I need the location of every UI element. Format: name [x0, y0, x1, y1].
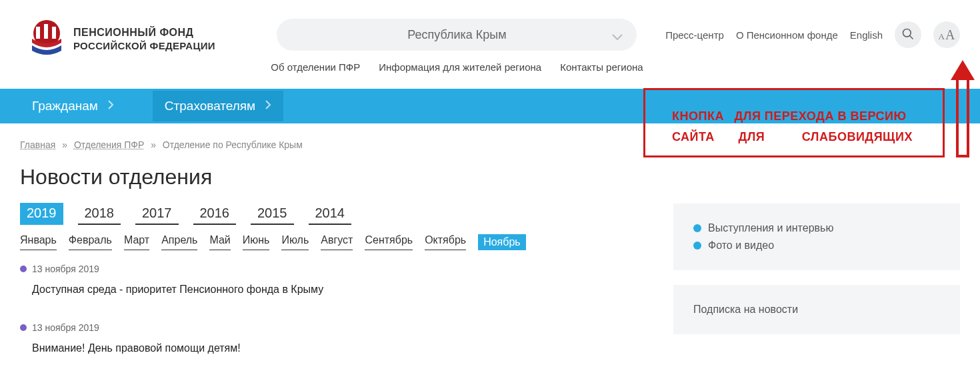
breadcrumb-sep: »: [62, 139, 67, 150]
month-tab[interactable]: Май: [209, 234, 230, 250]
search-icon: [901, 27, 915, 43]
chevron-down-icon: [611, 31, 623, 45]
news-item: 13 ноября 2019 Доступная среда - приорит…: [20, 264, 653, 296]
bullet-icon: [20, 266, 27, 272]
breadcrumb-sep: »: [151, 139, 156, 150]
month-tab[interactable]: Февраль: [69, 234, 112, 250]
sidebar: Выступления и интервью Фото и видео Подп…: [673, 204, 960, 354]
sidebar-links-card: Выступления и интервью Фото и видео: [673, 204, 960, 270]
main-nav: Гражданам Страхователям: [0, 89, 980, 123]
month-tab[interactable]: Март: [124, 234, 149, 250]
month-tab[interactable]: Октябрь: [425, 234, 466, 250]
month-tab[interactable]: Июнь: [243, 234, 270, 250]
subnav: Об отделении ПФР Информация для жителей …: [271, 61, 643, 73]
dot-icon: [693, 224, 701, 232]
svg-rect-1: [36, 27, 40, 39]
logo[interactable]: ПЕНСИОННЫЙ ФОНД РОССИЙСКОЙ ФЕДЕРАЦИИ: [27, 19, 215, 59]
month-tab[interactable]: Январь: [20, 234, 57, 250]
dot-icon: [693, 242, 701, 250]
link-about-fund[interactable]: О Пенсионном фонде: [736, 29, 838, 41]
year-tab-2016[interactable]: 2016: [193, 203, 237, 225]
sidebar-link-label: Фото и видео: [708, 240, 774, 252]
month-tab[interactable]: Август: [321, 234, 353, 250]
chevron-right-icon: [107, 99, 114, 113]
region-selected-label: Республика Крым: [407, 28, 506, 42]
nav-citizens-label: Гражданам: [32, 99, 98, 113]
month-tab[interactable]: Июль: [281, 234, 309, 250]
month-tab[interactable]: Сентябрь: [365, 234, 413, 250]
text-size-icon: AA: [939, 27, 955, 43]
sidebar-link-label: Выступления и интервью: [708, 222, 833, 234]
link-english[interactable]: English: [850, 29, 883, 41]
year-tab-2017[interactable]: 2017: [135, 203, 179, 225]
news-list: 13 ноября 2019 Доступная среда - приорит…: [20, 264, 653, 354]
news-title[interactable]: Доступная среда - приоритет Пенсионного …: [32, 284, 653, 296]
subscribe-title: Подписка на новости: [693, 304, 798, 315]
breadcrumb-home[interactable]: Главная: [20, 139, 55, 150]
year-tab-2018[interactable]: 2018: [78, 203, 121, 225]
subnav-contacts[interactable]: Контакты региона: [560, 61, 643, 73]
search-button[interactable]: [895, 21, 921, 48]
header: ПЕНСИОННЫЙ ФОНД РОССИЙСКОЙ ФЕДЕРАЦИИ Рес…: [0, 0, 980, 73]
month-tabs: Январь Февраль Март Апрель Май Июнь Июль…: [20, 234, 653, 250]
svg-point-4: [903, 29, 911, 37]
svg-rect-2: [44, 24, 48, 39]
nav-insurers-label: Страхователям: [165, 99, 255, 113]
nav-insurers[interactable]: Страхователям: [153, 91, 283, 121]
news-title[interactable]: Внимание! День правовой помощи детям!: [32, 342, 653, 354]
chevron-right-icon: [265, 99, 271, 113]
logo-text-1: ПЕНСИОННЫЙ ФОНД: [73, 27, 215, 39]
sidebar-link-media[interactable]: Фото и видео: [693, 240, 940, 252]
year-tabs: 2019 2018 2017 2016 2015 2014: [20, 203, 653, 225]
sidebar-link-speeches[interactable]: Выступления и интервью: [693, 222, 940, 234]
breadcrumb: Главная » Отделения ПФР » Отделение по Р…: [20, 139, 653, 150]
subnav-info[interactable]: Информация для жителей региона: [379, 61, 541, 73]
subnav-about[interactable]: Об отделении ПФР: [271, 61, 360, 73]
month-tab-active[interactable]: Ноябрь: [478, 234, 526, 250]
news-date: 13 ноября 2019: [32, 322, 99, 333]
logo-text-2: РОССИЙСКОЙ ФЕДЕРАЦИИ: [73, 40, 215, 51]
year-tab-2014[interactable]: 2014: [309, 203, 352, 225]
bullet-icon: [20, 324, 27, 331]
svg-line-5: [910, 35, 913, 39]
region-select[interactable]: Республика Крым: [277, 19, 637, 51]
breadcrumb-departments[interactable]: Отделения ПФР: [74, 139, 144, 150]
breadcrumb-current: Отделение по Республике Крым: [163, 139, 303, 150]
sidebar-subscribe-card: Подписка на новости: [673, 285, 960, 334]
news-date: 13 ноября 2019: [32, 264, 99, 274]
month-tab[interactable]: Апрель: [161, 234, 197, 250]
news-item: 13 ноября 2019 Внимание! День правовой п…: [20, 322, 653, 354]
year-tab-2015[interactable]: 2015: [251, 203, 294, 225]
svg-rect-3: [52, 27, 56, 39]
link-press[interactable]: Пресс-центр: [665, 29, 724, 41]
year-tab-2019[interactable]: 2019: [20, 203, 63, 225]
nav-citizens[interactable]: Гражданам: [20, 91, 126, 121]
accessibility-button[interactable]: AA: [933, 21, 960, 48]
top-right-links: Пресс-центр О Пенсионном фонде English A…: [665, 19, 960, 51]
page-title: Новости отделения: [20, 165, 653, 190]
logo-icon: [27, 19, 67, 59]
